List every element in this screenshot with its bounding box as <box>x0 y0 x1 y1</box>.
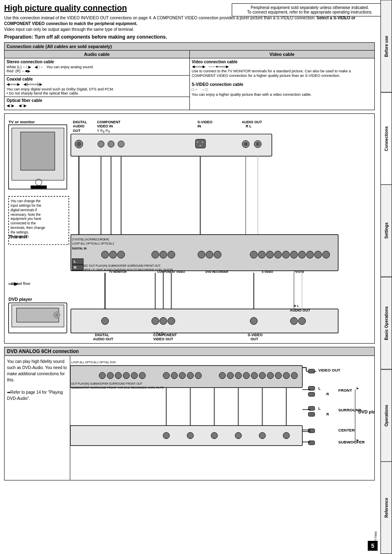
cable-table: Connection cable (All cables are sold se… <box>4 42 375 110</box>
signal-flow-text: : Signal flow <box>9 281 31 286</box>
dvd-video-out: VIDEO OUT <box>318 368 341 372</box>
stereo-cable-header: Stereo connection cable <box>7 60 187 64</box>
svg-point-114 <box>251 372 258 379</box>
svg-text:➤: ➤ <box>356 438 359 442</box>
sidebar-tab-before-use[interactable]: Before use <box>380 0 392 92</box>
svg-point-18 <box>197 141 198 143</box>
svg-point-19 <box>202 141 203 143</box>
svg-rect-139 <box>308 441 315 445</box>
svg-text:VIDEO OUT: VIDEO OUT <box>153 337 173 341</box>
intro-text: Use this connection instead of the VIDEO… <box>4 15 375 32</box>
dvd-analog-text: You can play high fidelity sound such as… <box>7 358 67 402</box>
svideo-cable-desc: You can enjoy a higher quality picture t… <box>192 92 373 97</box>
svg-rect-80 <box>16 308 59 322</box>
unit-tv-monitor: TV MONITOR <box>109 270 127 273</box>
svg-point-57 <box>282 251 290 259</box>
svg-text:DIGITAL IN: DIGITAL IN <box>72 247 86 250</box>
svg-text:terminals, then change: terminals, then change <box>11 226 45 230</box>
svg-point-102 <box>123 372 130 379</box>
svg-point-13 <box>76 142 81 147</box>
svg-text:digital  terminals  if: digital terminals if <box>11 208 37 212</box>
main-diagram: TV or monitor DIGITAL AUDIO OUT COMPONEN… <box>4 113 375 344</box>
video-cable-header: Video cable <box>189 51 375 58</box>
sidebar-tab-basic-ops[interactable]: Basic Operations <box>380 277 392 369</box>
svg-rect-2 <box>21 132 55 170</box>
svg-point-20 <box>199 145 201 147</box>
unit-tvstb: TV/STB <box>294 270 304 273</box>
svg-text:➤: ➤ <box>356 386 359 390</box>
audio-out-label: AUDIO OUT <box>242 120 262 124</box>
svg-point-111 <box>227 372 234 379</box>
svg-point-85 <box>152 317 159 325</box>
svg-point-90 <box>298 317 306 325</box>
svg-text:equipment you have: equipment you have <box>11 217 42 221</box>
svg-point-116 <box>267 372 274 379</box>
cable-table-title: Connection cable (All cables are sold se… <box>5 43 375 51</box>
svg-point-52 <box>214 251 221 259</box>
prep-line: Preparation: Turn off all components bef… <box>4 34 375 40</box>
digital-audio-out-bottom: DIGITAL <box>95 333 109 337</box>
note-text-1: You can change the <box>11 199 41 203</box>
dvd-front: FRONT <box>338 388 352 392</box>
sidebar-tab-operations[interactable]: Operations <box>380 369 392 462</box>
svg-point-58 <box>291 251 298 259</box>
svg-point-104 <box>139 372 145 379</box>
optical-cable-header: Optical fiber cable <box>7 98 187 103</box>
sidebar-tab-connections[interactable]: Connections <box>380 92 392 185</box>
svg-text:OUT: OUT <box>251 337 258 341</box>
notice-line1: Peripheral equipment sold separately unl… <box>251 5 369 10</box>
right-sidebar: Before use Connections Settings Basic Op… <box>380 0 392 554</box>
svg-point-24 <box>256 142 260 146</box>
svg-point-44 <box>101 251 109 259</box>
svg-point-16 <box>118 141 125 148</box>
sidebar-tab-settings[interactable]: Settings <box>380 185 392 277</box>
svideo-cable-header: S-VIDEO connection cable <box>192 82 373 87</box>
dvd-analog-diagram: LOOP ALL OPTICAL1 OPT/AL DVD <box>70 356 374 479</box>
svg-point-62 <box>323 251 330 259</box>
svg-point-14 <box>98 141 104 148</box>
dvd-center: CENTER <box>338 428 355 432</box>
svg-text:AUDIO OUT: AUDIO OUT <box>93 337 113 341</box>
svg-text:LOOP ALL    OPTICAL1  OPTICAL2: LOOP ALL OPTICAL1 OPTICAL2 <box>72 242 114 245</box>
component-video-in-label: COMPONENT <box>97 120 121 124</box>
svg-point-115 <box>259 372 266 379</box>
sidebar-tab-reference[interactable]: Reference <box>380 462 392 554</box>
svg-text:OUT: OUT <box>73 129 81 133</box>
dvd-subwoofer: SUBWOOFER <box>338 440 364 444</box>
svg-point-88 <box>250 317 258 325</box>
svg-point-61 <box>314 251 322 259</box>
svg-point-100 <box>107 372 114 379</box>
svg-point-110 <box>219 372 226 379</box>
svg-point-112 <box>235 372 242 379</box>
dvd-analog-section: You can play high fidelity sound such as… <box>4 356 375 480</box>
digital-audio-out-label: DIGITAL <box>73 120 87 124</box>
svg-point-89 <box>291 317 298 325</box>
svg-point-56 <box>274 251 281 259</box>
unit-svideo: S VIDEO <box>262 270 273 273</box>
svg-text:R: R <box>326 392 329 396</box>
coaxial-desc: You can enjoy digital sound such as Dolb… <box>7 87 187 95</box>
svg-text:R: R <box>326 412 329 416</box>
svg-text:OUT PLAY(IN) SUBWOOFER SURROUN: OUT PLAY(IN) SUBWOOFER SURROUND FRONT OU… <box>71 382 142 385</box>
svg-point-86 <box>160 317 167 325</box>
svg-rect-143 <box>70 425 302 446</box>
svg-text:AUDIO OUT: AUDIO OUT <box>290 309 311 313</box>
svg-text:R: R <box>74 265 76 270</box>
coaxial-connector: ◀═══▶ ◀╪═══╪▶ <box>7 82 187 86</box>
svg-point-101 <box>115 372 122 379</box>
dvd-analog-header: DVD ANALOG 6CH connection <box>4 347 375 356</box>
svg-text:Y  PB  PR: Y PB PR <box>97 129 110 133</box>
unit-digital-label: (TV/STB) (VCR/RECORDER) <box>72 238 109 241</box>
svg-text:IN: IN <box>198 124 201 128</box>
svg-text:SUBWOOFER SURROUND FRONT  VCR : SUBWOOFER SURROUND FRONT VCR DVD RECORDE… <box>71 386 164 389</box>
svg-point-87 <box>168 317 175 325</box>
video-cable-desc: Video connection cable ◀═══▶ ——●═══▶ Use… <box>192 60 373 97</box>
svg-rect-4 <box>31 185 47 189</box>
svg-text:VIDEO IN: VIDEO IN <box>97 124 113 128</box>
svg-point-113 <box>243 372 250 379</box>
svideo-connectors: □→ ←□ <box>192 88 373 92</box>
svideo-in-label: S-VIDEO <box>198 120 212 124</box>
svg-point-145 <box>187 432 194 439</box>
tv-monitor-label: TV or monitor <box>9 120 35 124</box>
svg-text:L: L <box>318 406 321 411</box>
